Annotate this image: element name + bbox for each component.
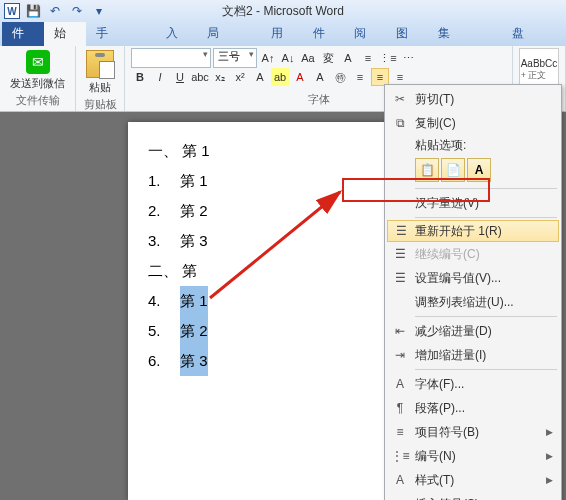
restart-list-icon: ☰ — [392, 222, 410, 240]
bold-button[interactable]: B — [131, 68, 149, 86]
submenu-arrow-icon: ▶ — [546, 475, 553, 485]
list-item-selected: 5.第 2 — [148, 316, 418, 346]
word-icon: W — [4, 3, 20, 19]
titlebar: W 💾 ↶ ↷ ▾ 文档2 - Microsoft Word — [0, 0, 566, 22]
redo-button[interactable]: ↷ — [68, 2, 86, 20]
group-label-wechat: 文件传输 — [6, 93, 69, 110]
list-item: 3.第 3 — [148, 226, 418, 256]
style-name: + 正文 — [521, 69, 558, 82]
paste-merge-button[interactable]: 📄 — [441, 158, 465, 182]
char-border-button[interactable]: A — [339, 49, 357, 67]
char-shading-button[interactable]: A — [311, 68, 329, 86]
menu-restart-numbering[interactable]: ☰重新开始于 1(R) — [387, 220, 559, 242]
heading-1: 一、 第 1 — [148, 136, 418, 166]
paste-label: 粘贴 — [89, 80, 111, 95]
context-menu: ✂剪切(T) ⧉复制(C) 粘贴选项: 📋 📄 A 汉字重选(V) ☰重新开始于… — [384, 84, 562, 500]
qat-more-icon[interactable]: ▾ — [90, 2, 108, 20]
menu-paste-options-label: 粘贴选项: — [387, 135, 559, 156]
menu-paragraph[interactable]: ¶段落(P)... — [387, 396, 559, 420]
paste-options-row: 📋 📄 A — [387, 156, 559, 186]
bullets-button[interactable]: ≡ — [359, 49, 377, 67]
group-wechat: ✉ 发送到微信 文件传输 — [0, 46, 76, 111]
paragraph-icon: ¶ — [391, 399, 409, 417]
menu-separator — [415, 316, 557, 317]
menu-numbering[interactable]: ⋮≡编号(N)▶ — [387, 444, 559, 468]
phonetic-button[interactable]: 変 — [319, 49, 337, 67]
ribbon-tabs: 文件 开始 Office助手 插入 页面布局 引用 邮件 审阅 视图 PDF工具… — [0, 22, 566, 46]
scissors-icon: ✂ — [391, 90, 409, 108]
paste-icon — [86, 50, 114, 78]
subscript-button[interactable]: x₂ — [211, 68, 229, 86]
menu-insert-symbol[interactable]: 插入符号(S) — [387, 492, 559, 500]
menu-continue-numbering[interactable]: ☰继续编号(C) — [387, 242, 559, 266]
menu-increase-indent[interactable]: ⇥增加缩进量(I) — [387, 343, 559, 367]
heading-2: 二、 第 — [148, 256, 418, 286]
menu-separator — [415, 369, 557, 370]
strike-button[interactable]: abc — [191, 68, 209, 86]
submenu-arrow-icon: ▶ — [546, 427, 553, 437]
menu-set-number[interactable]: ☰设置编号值(V)... — [387, 266, 559, 290]
list-item-selected: 4.第 1 — [148, 286, 418, 316]
undo-button[interactable]: ↶ — [46, 2, 64, 20]
wechat-icon: ✉ — [26, 50, 50, 74]
send-wechat-button[interactable]: ✉ 发送到微信 — [6, 48, 69, 93]
highlight-button[interactable]: ab — [271, 68, 289, 86]
font-size-combo[interactable]: 三号 — [213, 48, 257, 68]
style-preview: AaBbCc — [521, 58, 558, 69]
outdent-icon: ⇤ — [391, 322, 409, 340]
wechat-label: 发送到微信 — [10, 76, 65, 91]
numbering-icon: ⋮≡ — [391, 447, 409, 465]
enclose-button[interactable]: ㊕ — [331, 68, 349, 86]
change-case-button[interactable]: Aa — [299, 49, 317, 67]
list-item-selected: 6.第 3 — [148, 346, 418, 376]
list-item: 2.第 2 — [148, 196, 418, 226]
multilevel-button[interactable]: ⋯ — [399, 49, 417, 67]
menu-copy[interactable]: ⧉复制(C) — [387, 111, 559, 135]
menu-cut[interactable]: ✂剪切(T) — [387, 87, 559, 111]
indent-icon: ⇥ — [391, 346, 409, 364]
styles-icon: A — [391, 471, 409, 489]
superscript-button[interactable]: x² — [231, 68, 249, 86]
menu-styles[interactable]: A样式(T)▶ — [387, 468, 559, 492]
paste-text-only-button[interactable]: A — [467, 158, 491, 182]
menu-separator — [415, 217, 557, 218]
window-title: 文档2 - Microsoft Word — [222, 3, 344, 20]
copy-icon: ⧉ — [391, 114, 409, 132]
list-item: 1.第 1 — [148, 166, 418, 196]
group-clipboard: 粘贴 剪贴板 — [76, 46, 125, 111]
font-icon: A — [391, 375, 409, 393]
menu-adjust-indent[interactable]: 调整列表缩进(U)... — [387, 290, 559, 314]
menu-font[interactable]: A字体(F)... — [387, 372, 559, 396]
italic-button[interactable]: I — [151, 68, 169, 86]
menu-decrease-indent[interactable]: ⇤减少缩进量(D) — [387, 319, 559, 343]
menu-bullets[interactable]: ≡项目符号(B)▶ — [387, 420, 559, 444]
menu-separator — [415, 188, 557, 189]
save-button[interactable]: 💾 — [24, 2, 42, 20]
set-number-icon: ☰ — [391, 269, 409, 287]
paste-button[interactable]: 粘贴 — [82, 48, 118, 97]
continue-list-icon: ☰ — [391, 245, 409, 263]
numbering-button[interactable]: ⋮≡ — [379, 49, 397, 67]
align-left-button[interactable]: ≡ — [351, 68, 369, 86]
font-color-button[interactable]: A — [291, 68, 309, 86]
font-name-combo[interactable] — [131, 48, 211, 68]
shrink-font-button[interactable]: A↓ — [279, 49, 297, 67]
grow-font-button[interactable]: A↑ — [259, 49, 277, 67]
underline-button[interactable]: U — [171, 68, 189, 86]
menu-hanzi[interactable]: 汉字重选(V) — [387, 191, 559, 215]
paste-keep-formatting-button[interactable]: 📋 — [415, 158, 439, 182]
submenu-arrow-icon: ▶ — [546, 451, 553, 461]
bullets-icon: ≡ — [391, 423, 409, 441]
text-effects-button[interactable]: A — [251, 68, 269, 86]
